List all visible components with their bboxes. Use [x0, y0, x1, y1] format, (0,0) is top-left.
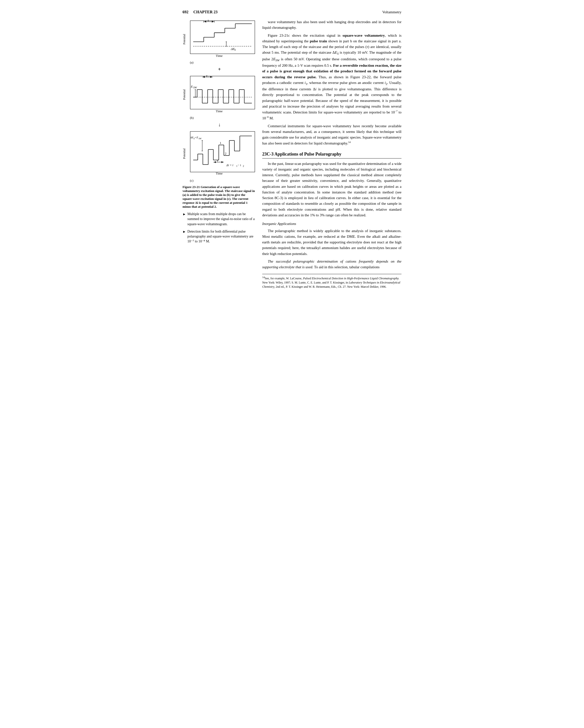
bullet-arrow-2: ►: [183, 229, 186, 234]
graph-b-svg: E SW τ Time: [187, 75, 256, 114]
svg-rect-0: [190, 21, 255, 54]
svg-text:Δi = i: Δi = i: [226, 163, 234, 166]
page-number: 692: [183, 10, 188, 14]
svg-text:SW: SW: [198, 137, 202, 139]
graph-c-area: 1 2 ΔE S + E SW: [187, 130, 256, 178]
left-column: Potential: [183, 19, 256, 289]
page-number-chapter: 692 CHAPTER 23: [183, 10, 217, 14]
svg-text:ΔE: ΔE: [190, 136, 193, 139]
intro-paragraph: wave voltammetry has also been used with…: [262, 19, 401, 31]
graph-a-area: ΔE S τ: [187, 19, 256, 59]
chapter-label: CHAPTER 23: [193, 10, 217, 14]
footnote-section: 14See, for example, W. LaCourse, Pulsed …: [262, 274, 401, 289]
svg-text:Time: Time: [216, 171, 222, 175]
subfig-b-label: (b): [190, 116, 256, 120]
right-column: wave voltammetry has also been used with…: [262, 19, 401, 289]
down-arrow: ↓: [183, 122, 256, 128]
figure-b-container: Potential: [183, 75, 256, 128]
bullet-item-2: ► Detection limits for both differential…: [183, 229, 256, 244]
y-label-c: Potential: [183, 149, 186, 159]
section-heading-23c3: 23C-3 Applications of Pulse Polarography: [262, 151, 401, 158]
subsection-heading-inorganic: Inorganic Applications: [262, 221, 401, 227]
y-label-a: Potential: [183, 34, 186, 45]
svg-text:1: 1: [236, 165, 237, 167]
section-header-title: Voltammetry: [382, 10, 401, 14]
bullet-section: ► Multiple scans from multiple drops can…: [183, 212, 256, 244]
y-label-b: Potential: [183, 89, 186, 100]
figure-a-container: Potential: [183, 19, 256, 72]
paragraph-3: In the past, linear-scan polarography wa…: [262, 161, 401, 218]
page-container: 692 CHAPTER 23 Voltammetry Potential: [175, 5, 409, 294]
svg-text:2: 2: [225, 152, 227, 155]
subfig-a-label: (a): [190, 60, 256, 64]
svg-text:E: E: [196, 136, 198, 139]
graph-c-wrapper: Potential: [183, 130, 256, 178]
paragraph-1: Figure 23-21c shows the excitation signa…: [262, 33, 401, 121]
figure-number: Figure 23-21: [183, 185, 200, 189]
svg-text:− i: − i: [238, 163, 241, 166]
paragraph-5: The successful polarographic determinati…: [262, 259, 401, 270]
svg-text:E: E: [191, 84, 193, 88]
paragraph-4: The polarographic method is widely appli…: [262, 228, 401, 257]
graph-a-svg: ΔE S τ: [187, 19, 256, 58]
svg-text:2: 2: [243, 165, 244, 167]
graph-b-area: E SW τ Time: [187, 75, 256, 115]
subfig-c-label: (c): [190, 179, 256, 183]
main-content: Potential: [183, 19, 401, 289]
figure-caption: Figure 23-21 Generation of a square-wave…: [183, 185, 256, 209]
bullet-text-2: Detection limits for both differential p…: [187, 229, 256, 244]
graph-a-wrapper: Potential: [183, 19, 256, 59]
graph-b-wrapper: Potential: [183, 75, 256, 115]
footnote-number: 14: [262, 276, 265, 279]
svg-rect-23: [190, 76, 255, 109]
svg-text:Time: Time: [216, 109, 222, 113]
footnote-text: 14See, for example, W. LaCourse, Pulsed …: [262, 276, 401, 289]
svg-text:S: S: [234, 48, 236, 51]
plus-sign: +: [183, 67, 256, 72]
bullet-text-1: Multiple scans from multiple drops can b…: [187, 212, 256, 227]
bullet-arrow-1: ►: [183, 212, 186, 217]
svg-text:1: 1: [220, 141, 221, 145]
page-header: 692 CHAPTER 23 Voltammetry: [183, 10, 401, 14]
paragraph-2: Commercial instruments for square-wave v…: [262, 123, 401, 147]
svg-text:Time: Time: [216, 54, 222, 58]
svg-text:+: +: [195, 136, 196, 139]
graph-c-svg: 1 2 ΔE S + E SW: [187, 130, 256, 177]
svg-text:ΔE: ΔE: [231, 47, 235, 51]
bullet-item-1: ► Multiple scans from multiple drops can…: [183, 212, 256, 227]
figure-c-container: Potential: [183, 130, 256, 183]
svg-text:SW: SW: [193, 86, 197, 89]
